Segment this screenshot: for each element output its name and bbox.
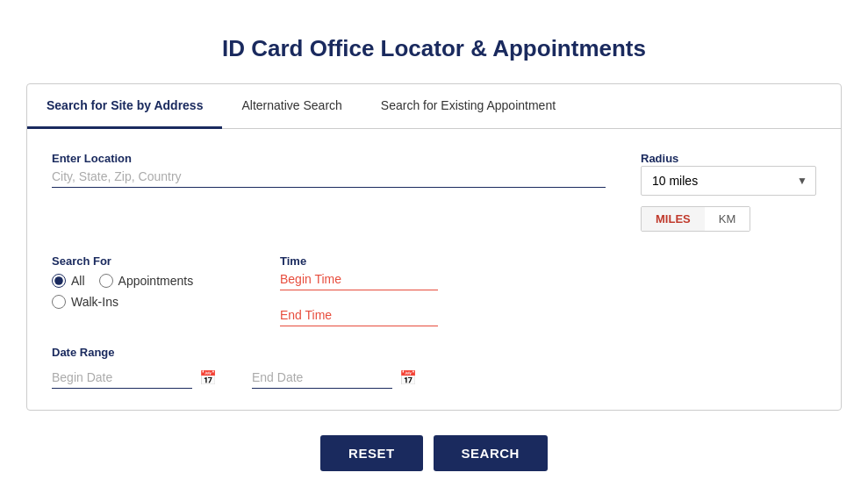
unit-toggle: MILES KM	[641, 206, 750, 232]
radius-label: Radius	[641, 152, 678, 165]
begin-date-calendar-icon[interactable]: 📅	[199, 369, 217, 386]
radio-row-bottom: Walk-Ins	[52, 295, 245, 309]
begin-time-input[interactable]	[280, 268, 438, 290]
date-range-section: Date Range 📅 📅	[52, 344, 816, 389]
tabs-container: Search for Site by Address Alternative S…	[27, 84, 841, 129]
radio-all-input[interactable]	[52, 274, 66, 288]
page-title: ID Card Office Locator & Appointments	[26, 35, 842, 62]
radio-row-top: All Appointments	[52, 274, 245, 288]
end-time-input[interactable]	[280, 304, 438, 326]
time-label: Time	[280, 254, 306, 268]
radio-appointments[interactable]: Appointments	[99, 274, 194, 288]
location-label: Enter Location	[52, 152, 132, 165]
km-button[interactable]: KM	[705, 207, 750, 231]
radio-all-label: All	[71, 274, 85, 288]
location-row: Enter Location Radius 5 miles 10 miles 2…	[52, 150, 816, 232]
radio-appointments-label: Appointments	[118, 274, 194, 288]
tab-alternative[interactable]: Alternative Search	[222, 84, 361, 129]
radio-walkins-label: Walk-Ins	[71, 295, 118, 309]
radius-select-wrapper: 5 miles 10 miles 25 miles 50 miles 100 m…	[641, 166, 816, 196]
tab-address[interactable]: Search for Site by Address	[27, 84, 222, 129]
search-for-group: Search For All Appointments	[52, 253, 245, 309]
form-content: Enter Location Radius 5 miles 10 miles 2…	[27, 129, 841, 410]
date-range-row: 📅 📅	[52, 367, 816, 389]
radius-group: Radius 5 miles 10 miles 25 miles 50 mile…	[641, 150, 816, 232]
miles-button[interactable]: MILES	[642, 207, 705, 231]
search-for-label: Search For	[52, 254, 111, 268]
tab-existing[interactable]: Search for Existing Appointment	[362, 84, 575, 129]
end-date-group: 📅	[252, 367, 417, 389]
search-time-row: Search For All Appointments	[52, 253, 816, 326]
search-button[interactable]: SEARCH	[434, 435, 548, 471]
radius-select[interactable]: 5 miles 10 miles 25 miles 50 miles 100 m…	[641, 166, 816, 196]
location-group: Enter Location	[52, 150, 606, 188]
reset-button[interactable]: RESET	[320, 435, 423, 471]
begin-date-input[interactable]	[52, 367, 192, 389]
radio-walkins-input[interactable]	[52, 295, 66, 309]
end-date-input[interactable]	[252, 367, 392, 389]
end-date-calendar-icon[interactable]: 📅	[399, 369, 417, 386]
radio-appointments-input[interactable]	[99, 274, 113, 288]
radio-walkins[interactable]: Walk-Ins	[52, 295, 118, 309]
begin-date-group: 📅	[52, 367, 217, 389]
time-inputs	[280, 268, 606, 326]
radio-all[interactable]: All	[52, 274, 85, 288]
main-card: Search for Site by Address Alternative S…	[26, 83, 842, 411]
time-group: Time	[280, 253, 606, 326]
location-input[interactable]	[52, 166, 606, 188]
button-row: RESET SEARCH	[26, 435, 842, 489]
date-range-label: Date Range	[52, 346, 115, 359]
page-wrapper: ID Card Office Locator & Appointments Se…	[0, 0, 868, 494]
